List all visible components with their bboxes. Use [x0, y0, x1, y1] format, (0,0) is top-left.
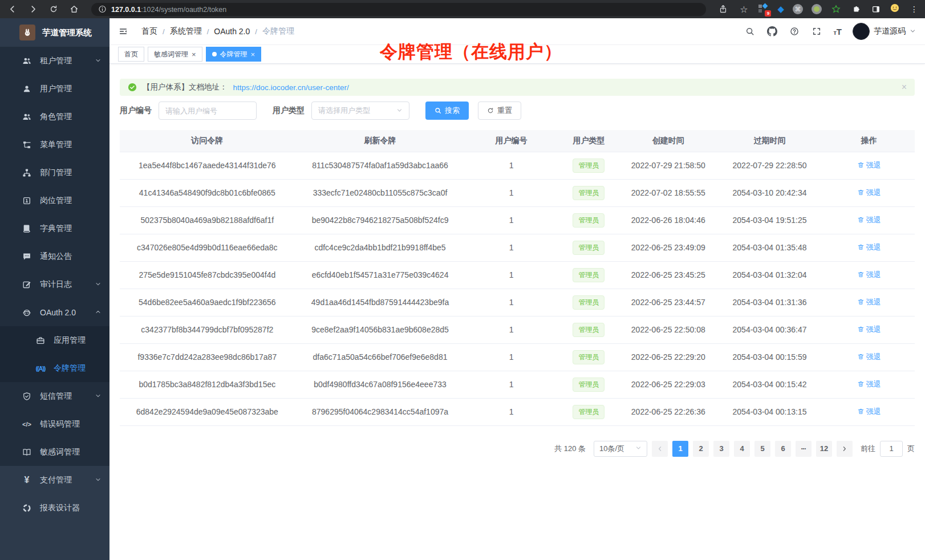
sidebar-item-pay[interactable]: ¥支付管理	[0, 466, 109, 494]
refresh-token-cell: 9ce8ef2aa9f14056b831ae9b608e28d5	[295, 316, 466, 343]
fullscreen-icon[interactable]	[811, 26, 822, 37]
sidebar-item-oauth2[interactable]: OAuth 2.0	[0, 298, 109, 326]
sidebar-item-label: 角色管理	[40, 112, 72, 122]
share-icon[interactable]	[717, 3, 729, 15]
breadcrumb-item[interactable]: 系统管理	[170, 26, 202, 36]
shield-icon	[22, 391, 32, 401]
sidebar-item-sms[interactable]: 短信管理	[0, 382, 109, 410]
breadcrumb-item[interactable]: OAuth 2.0	[214, 27, 250, 36]
next-page-button[interactable]	[837, 441, 853, 457]
page-size-select[interactable]: 10条/页	[594, 441, 647, 457]
help-icon[interactable]	[789, 26, 800, 37]
sidebar-item-menu[interactable]: 菜单管理	[0, 131, 109, 159]
back-icon[interactable]	[7, 3, 18, 15]
created-at-cell: 2022-06-25 23:45:25	[620, 261, 716, 289]
info-icon[interactable]	[98, 5, 107, 14]
tab-首页[interactable]: 首页	[118, 47, 144, 62]
extension-grid-icon[interactable]: 9	[758, 4, 769, 14]
breadcrumb-item: 令牌管理	[262, 26, 294, 36]
sidebar-item-report[interactable]: 报表设计器	[0, 494, 109, 522]
star-extension-icon[interactable]	[830, 3, 842, 15]
page-button-6[interactable]: 6	[775, 441, 791, 457]
font-size-icon[interactable]: тT	[833, 27, 842, 36]
search-icon[interactable]	[744, 26, 756, 37]
sidebar-item-label: 支付管理	[40, 475, 72, 485]
page-content: 【用户体系】文档地址： https://doc.iocoder.cn/user-…	[109, 64, 925, 560]
browser-menu-icon[interactable]: ⋮	[910, 5, 918, 14]
breadcrumb-item[interactable]: 首页	[141, 26, 157, 36]
force-logout-button[interactable]: 强退	[857, 270, 881, 280]
home-icon[interactable]	[68, 3, 80, 15]
forward-icon[interactable]	[27, 3, 39, 15]
prev-page-button[interactable]	[652, 441, 668, 457]
sidebar-item-tenant[interactable]: 租户管理	[0, 47, 109, 75]
bookmark-star-icon[interactable]: ☆	[738, 3, 749, 15]
access-token-cell: 6d842e2924594de9a09e45e087323abe	[120, 398, 295, 425]
tab-令牌管理[interactable]: 令牌管理×	[206, 47, 262, 62]
side-panel-icon[interactable]	[870, 3, 882, 15]
user-type-cell: 管理员	[557, 316, 621, 343]
dot-extension-icon[interactable]	[812, 4, 822, 14]
puzzle-extensions-icon[interactable]	[850, 3, 862, 15]
sidebar-item-dict[interactable]: 字典管理	[0, 214, 109, 242]
sidebar-item-sensitive[interactable]: 敏感词管理	[0, 438, 109, 466]
access-token-cell: 54d6be82ee5a460a9aedc1f9bf223656	[120, 289, 295, 316]
more-pages-button[interactable]: •••	[796, 441, 812, 457]
force-logout-button[interactable]: 强退	[857, 297, 881, 307]
reset-button[interactable]: 重置	[478, 102, 521, 120]
close-icon[interactable]: ×	[251, 51, 255, 58]
page-button-5[interactable]: 5	[754, 441, 770, 457]
force-logout-button[interactable]: 强退	[857, 352, 881, 362]
goto-page-input[interactable]	[880, 441, 903, 457]
sidebar-item-audit[interactable]: 审计日志	[0, 270, 109, 298]
sidebar-item-user[interactable]: 用户管理	[0, 75, 109, 103]
user-id-input[interactable]	[159, 102, 257, 120]
force-logout-button[interactable]: 强退	[857, 407, 881, 417]
user-type-cell: 管理员	[557, 179, 621, 206]
chevron-down-icon	[95, 392, 102, 401]
sidebar-item-notice[interactable]: 通知公告	[0, 242, 109, 270]
sidebar-item-label: OAuth 2.0	[40, 308, 76, 317]
force-logout-button[interactable]: 强退	[857, 324, 881, 335]
command-extension-icon[interactable]: ⌘	[793, 4, 803, 14]
page-button-12[interactable]: 12	[816, 441, 832, 457]
sidebar-item-oauth2-app[interactable]: 应用管理	[0, 326, 109, 354]
alert-close-icon[interactable]: ×	[902, 82, 907, 92]
search-button[interactable]: 搜索	[425, 102, 469, 120]
refresh-token-cell: 811c530487574fa0af1a59d3abc1aa66	[295, 152, 466, 179]
users-icon	[22, 56, 32, 66]
page-button-1[interactable]: 1	[672, 441, 688, 457]
sidebar-item-dept[interactable]: 部门管理	[0, 159, 109, 186]
user-type-select[interactable]: 请选择用户类型	[311, 102, 409, 120]
sidebar-item-role[interactable]: 角色管理	[0, 103, 109, 131]
sidebar-item-errcode[interactable]: </>错误码管理	[0, 410, 109, 438]
gem-extension-icon[interactable]: ◆	[777, 4, 784, 14]
collapse-sidebar-icon[interactable]	[119, 25, 131, 38]
reload-icon[interactable]	[48, 3, 59, 15]
goto-page: 前往 页	[861, 441, 915, 457]
breadcrumb-separator: /	[163, 27, 165, 36]
force-logout-button[interactable]: 强退	[857, 215, 881, 225]
github-icon[interactable]	[766, 26, 778, 37]
sidebar-item-oauth2-token[interactable]: ((A))令牌管理	[0, 354, 109, 382]
app-shell: 芋道管理系统 租户管理用户管理角色管理菜单管理部门管理岗位管理字典管理通知公告审…	[0, 18, 925, 560]
force-logout-button[interactable]: 强退	[857, 188, 881, 198]
action-cell: 强退	[823, 234, 915, 261]
page-button-3[interactable]: 3	[713, 441, 729, 457]
sidebar-item-post[interactable]: 岗位管理	[0, 186, 109, 214]
annotation-overlay: 令牌管理（在线用户）	[380, 40, 562, 64]
user-menu[interactable]: 芋道源码	[853, 23, 916, 40]
page-button-2[interactable]: 2	[693, 441, 709, 457]
force-logout-button[interactable]: 强退	[857, 242, 881, 253]
app-logo[interactable]: 芋道管理系统	[0, 18, 109, 47]
close-icon[interactable]: ×	[192, 51, 196, 58]
page-button-4[interactable]: 4	[734, 441, 750, 457]
profile-avatar-icon[interactable]	[890, 3, 902, 15]
url-bar[interactable]: 127.0.0.1:1024/system/oauth2/token	[91, 3, 706, 16]
refresh-token-cell: 8796295f04064c2983414cc54af1097a	[295, 398, 466, 425]
force-logout-button[interactable]: 强退	[857, 379, 881, 389]
tab-敏感词管理[interactable]: 敏感词管理×	[148, 47, 202, 62]
user-type-badge: 管理员	[573, 405, 605, 419]
force-logout-button[interactable]: 强退	[857, 160, 881, 171]
alert-doc-link[interactable]: https://doc.iocoder.cn/user-center/	[233, 83, 349, 92]
